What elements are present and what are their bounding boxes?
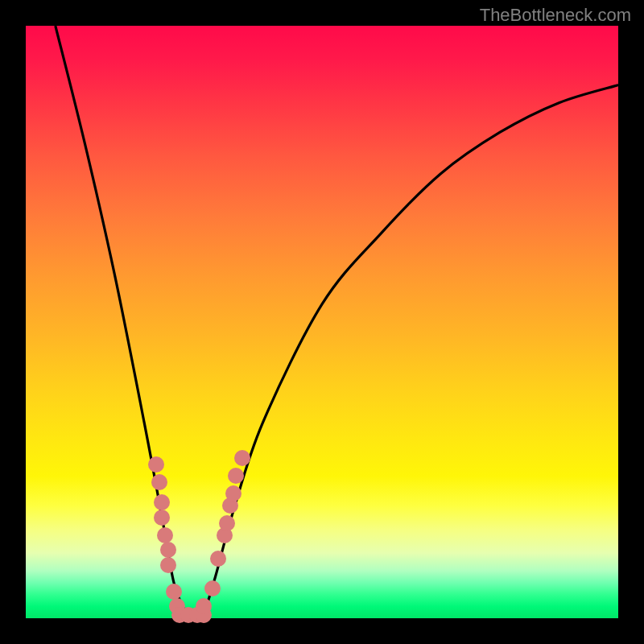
data-point-marker: [157, 527, 173, 543]
data-point-marker: [219, 515, 235, 531]
plot-area: [26, 26, 618, 618]
data-point-marker: [160, 542, 176, 558]
data-point-marker: [204, 580, 221, 597]
data-point-marker: [210, 551, 226, 567]
watermark-text: TheBottleneck.com: [480, 5, 631, 26]
data-point-marker: [151, 474, 167, 490]
data-point-marker: [154, 494, 170, 510]
data-point-marker: [160, 557, 176, 573]
data-point-marker: [166, 584, 182, 600]
curve-layer: [26, 26, 618, 618]
data-point-marker: [234, 450, 250, 466]
chart-container: TheBottleneck.com: [0, 0, 644, 644]
data-point-marker: [228, 468, 244, 484]
data-point-marker: [196, 598, 212, 614]
data-point-marker: [225, 485, 242, 502]
data-point-marker: [148, 456, 164, 473]
bottleneck-curve: [56, 26, 618, 618]
data-point-marker: [154, 510, 170, 526]
